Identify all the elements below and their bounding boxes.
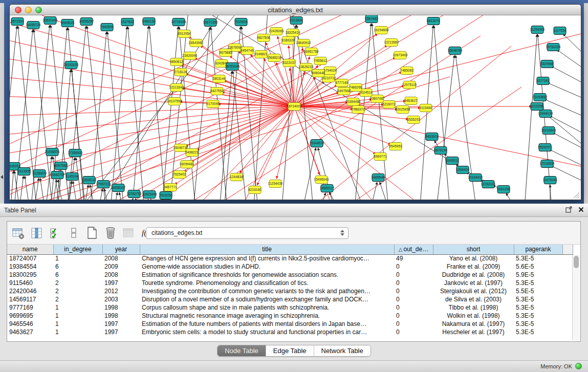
graph-node[interactable]: 9115460	[420, 104, 432, 112]
graph-node[interactable]: 9061256	[497, 186, 510, 193]
table-cell[interactable]: 5.3E-5	[514, 320, 562, 328]
graph-node[interactable]: 8322037	[282, 59, 296, 67]
graph-node[interactable]: 10655287	[79, 18, 94, 26]
table-cell[interactable]: 1	[53, 328, 102, 336]
graph-node[interactable]: 7625402	[173, 171, 186, 179]
graph-node[interactable]: 12923448	[142, 191, 157, 199]
graph-node[interactable]: 9545953	[389, 143, 402, 150]
table-cell[interactable]: 9115460	[7, 279, 53, 287]
graph-node[interactable]: 1527602	[121, 18, 134, 26]
tab-node-table[interactable]: Node Table	[217, 345, 266, 356]
delete-column-icon[interactable]	[103, 226, 117, 240]
table-cell[interactable]: 1998	[102, 312, 140, 320]
table-cell[interactable]: Estimation of significance thresholds fo…	[140, 271, 394, 279]
table-selector-dropdown[interactable]: citations_edges.txt	[146, 227, 349, 239]
graph-node[interactable]: 7515526	[234, 18, 248, 26]
table-cell[interactable]: 9699695	[7, 312, 53, 320]
column-header-pagerank[interactable]: pagerank	[514, 245, 562, 254]
table-cell[interactable]: 6	[53, 262, 102, 271]
graph-node[interactable]: 26053346	[225, 63, 240, 71]
graph-node[interactable]: 6497508	[337, 87, 351, 95]
table-cell[interactable]: Tibbo et al. (1998)	[433, 303, 514, 312]
column-header-year[interactable]: year	[102, 245, 140, 254]
graph-node[interactable]: 23420046	[183, 52, 198, 60]
graph-node[interactable]: 6794024	[323, 67, 337, 75]
table-row[interactable]: 1938455462009Genome-wide association stu…	[7, 262, 573, 271]
table-cell[interactable]: 1997	[102, 279, 140, 287]
table-cell[interactable]: 5.3E-5	[514, 279, 562, 287]
table-cell[interactable]: 0	[394, 303, 433, 312]
table-cell[interactable]: 2008	[102, 271, 140, 279]
graph-node[interactable]: 8969771	[374, 153, 387, 161]
graph-node[interactable]: 11254439	[268, 180, 283, 188]
graph-node[interactable]: 8454749	[241, 47, 254, 55]
table-cell[interactable]: 2	[53, 295, 102, 303]
table-cell[interactable]: Stergiakouli et al. (2012)	[433, 287, 514, 295]
graph-node[interactable]: 6216072	[382, 101, 396, 108]
table-row[interactable]: 1456911722003Disruption of a novel membe…	[7, 295, 573, 303]
graph-node[interactable]: 7590505	[100, 24, 114, 31]
table-cell[interactable]: 2	[53, 287, 102, 295]
graph-node[interactable]: 5572301	[11, 18, 24, 26]
table-cell[interactable]: 0	[394, 287, 433, 295]
graph-node[interactable]: 9463627	[404, 97, 418, 105]
graph-node[interactable]: 15344578	[310, 140, 324, 147]
graph-node[interactable]: 12162101	[481, 181, 496, 188]
graph-node[interactable]: 13942757	[50, 171, 65, 179]
table-cell[interactable]: 5.3E-5	[514, 254, 562, 262]
table-cell[interactable]: Yano et al. (2008)	[433, 254, 514, 262]
graph-node[interactable]: 16154808	[374, 27, 389, 34]
graph-node[interactable]: 9313904	[290, 17, 303, 25]
vertical-scrollbar[interactable]	[572, 255, 580, 340]
graph-node[interactable]: 8813074	[427, 17, 440, 25]
table-row[interactable]: 977716911998Corpus callosum shape and si…	[7, 303, 573, 312]
tab-network-table[interactable]: Network Table	[314, 345, 371, 356]
table-cell[interactable]: 9777169	[7, 303, 53, 312]
graph-node[interactable]: 8912954	[178, 30, 191, 38]
table-cell[interactable]: 1	[53, 303, 102, 312]
graph-node[interactable]: 9170046	[206, 100, 220, 108]
graph-node[interactable]: 17957223	[96, 181, 111, 188]
table-cell[interactable]: 1	[53, 254, 102, 262]
graph-node[interactable]: 7986372	[352, 106, 365, 114]
table-row[interactable]: 946362711997Embryonic stem cells: a mode…	[7, 328, 573, 336]
graph-node[interactable]: 16782759	[127, 190, 142, 198]
graph-node[interactable]: 2718126	[174, 69, 187, 76]
graph-node[interactable]: 20691406	[43, 17, 58, 25]
graph-node[interactable]: 12213967	[384, 39, 399, 47]
graph-node[interactable]: 8535203	[407, 116, 420, 124]
float-panel-icon[interactable]	[565, 206, 572, 213]
graph-node[interactable]: 16210643	[541, 127, 556, 135]
graph-node[interactable]: 16099481	[180, 161, 194, 168]
graph-node[interactable]: 9245012	[446, 157, 459, 165]
graph-node[interactable]: 16107553	[167, 98, 182, 105]
table-row[interactable]: 1830029562008Estimation of significance …	[7, 271, 573, 279]
table-cell[interactable]: 5.5E-5	[514, 287, 562, 295]
graph-node[interactable]: 18724007	[287, 103, 302, 111]
table-cell[interactable]: 5.3E-5	[514, 328, 562, 336]
table-cell[interactable]: Wolkin et al. (1998)	[433, 312, 514, 320]
graph-node[interactable]: 11156829	[32, 170, 47, 178]
table-cell[interactable]: 9465546	[7, 320, 53, 328]
column-header-name[interactable]: name	[7, 245, 53, 254]
table-cell[interactable]: 0	[394, 279, 433, 287]
table-cell[interactable]: Franke et al. (2009)	[433, 262, 514, 271]
graph-node[interactable]: 8599515	[61, 19, 74, 27]
graph-node[interactable]: 8427552	[210, 87, 224, 95]
window-titlebar[interactable]: citations_edges.txt	[10, 5, 581, 15]
graph-node[interactable]: 16671355	[203, 19, 218, 27]
clear-selection-icon[interactable]	[67, 226, 80, 240]
graph-node[interactable]: 9227341	[536, 77, 550, 85]
column-header-short[interactable]: short	[433, 245, 514, 254]
table-cell[interactable]: 5.3E-5	[514, 295, 562, 303]
table-cell[interactable]: Corpus callosum shape and size in male p…	[140, 303, 394, 312]
close-panel-icon[interactable]	[578, 207, 584, 212]
table-cell[interactable]: 19384554	[7, 262, 53, 271]
table-cell[interactable]: 1	[53, 312, 102, 320]
table-cell[interactable]: 0	[394, 312, 433, 320]
table-cell[interactable]: 2012	[102, 287, 140, 295]
graph-node[interactable]: 2516050	[159, 192, 172, 200]
table-cell[interactable]: Investigating the contribution of common…	[140, 287, 394, 295]
graph-node[interactable]: 5498223	[185, 149, 199, 157]
graph-node[interactable]: 1145194	[66, 173, 79, 181]
